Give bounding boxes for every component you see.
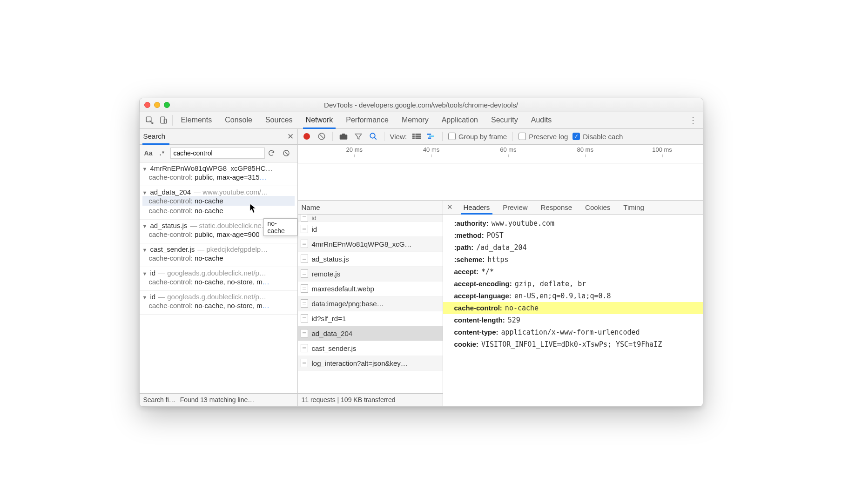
- table-row[interactable]: id: [298, 215, 443, 222]
- close-details-icon[interactable]: ✕: [443, 201, 457, 214]
- header-line[interactable]: accept-encoding:gzip, deflate, br: [454, 278, 698, 290]
- search-result-line[interactable]: cache-control: no-cache: [142, 196, 295, 206]
- maximize-window-icon[interactable]: [164, 102, 170, 108]
- minimize-window-icon[interactable]: [154, 102, 160, 108]
- match-case-icon[interactable]: Aa: [142, 149, 155, 157]
- close-icon[interactable]: ✕: [287, 132, 294, 141]
- clear-log-icon[interactable]: [317, 131, 327, 141]
- more-options-icon[interactable]: ⋮: [686, 112, 700, 128]
- request-list: Name idid4mrRnEPnWo81qWPG8_xcG…ad_status…: [298, 201, 443, 406]
- header-line[interactable]: cookie:VISITOR_INFO1_LIVE=dDk0-xTswPs; Y…: [454, 338, 698, 350]
- header-line[interactable]: :method:POST: [454, 229, 698, 242]
- disclosure-triangle-icon[interactable]: ▼: [142, 247, 148, 253]
- header-key: accept-language:: [454, 292, 512, 300]
- disclosure-triangle-icon[interactable]: ▼: [142, 223, 148, 229]
- table-row[interactable]: id: [298, 222, 443, 237]
- table-row[interactable]: maxresdefault.webp: [298, 282, 443, 296]
- search-result-line[interactable]: cache-control: no-cache, no-store, m…: [142, 277, 295, 287]
- tab-performance[interactable]: Performance: [339, 112, 395, 128]
- tab-sources[interactable]: Sources: [259, 112, 299, 128]
- svg-rect-11: [415, 135, 421, 137]
- search-input[interactable]: [170, 148, 265, 159]
- refresh-icon[interactable]: [268, 149, 280, 157]
- clear-icon[interactable]: [283, 149, 295, 157]
- timeline-ruler[interactable]: 20 ms 40 ms 60 ms 80 ms 100 ms: [298, 145, 703, 163]
- regex-icon[interactable]: .*: [157, 149, 168, 157]
- preserve-log-label: Preserve log: [529, 133, 568, 141]
- header-value: 529: [508, 316, 520, 324]
- search-result-group[interactable]: ▼cast_sender.js — pkedcjkdefgpdelp…cache…: [140, 243, 297, 267]
- request-list-footer: 11 requests | 109 KB transferred: [298, 393, 443, 406]
- table-row[interactable]: remote.js: [298, 267, 443, 282]
- table-row[interactable]: 4mrRnEPnWo81qWPG8_xcG…: [298, 237, 443, 252]
- details-tab-timing[interactable]: Timing: [617, 201, 650, 214]
- table-row[interactable]: ad_status.js: [298, 252, 443, 267]
- header-line[interactable]: accept-language:en-US,en;q=0.9,la;q=0.8: [454, 290, 698, 302]
- close-window-icon[interactable]: [144, 102, 150, 108]
- disable-cache-checkbox[interactable]: Disable cach: [573, 133, 623, 141]
- details-tab-headers[interactable]: Headers: [457, 201, 497, 214]
- header-value: /ad_data_204: [476, 243, 526, 252]
- header-value: POST: [487, 231, 504, 240]
- tab-application[interactable]: Application: [435, 112, 485, 128]
- search-result-group[interactable]: ▼4mrRnEPnWo81qWPG8_xcGP85HC…cache-contro…: [140, 162, 297, 186]
- details-tab-cookies[interactable]: Cookies: [579, 201, 617, 214]
- header-line[interactable]: :scheme:https: [454, 254, 698, 266]
- network-body: Name idid4mrRnEPnWo81qWPG8_xcG…ad_status…: [298, 201, 703, 406]
- search-result-group[interactable]: ▼id — googleads.g.doubleclick.net/p…cach…: [140, 267, 297, 291]
- tab-security[interactable]: Security: [485, 112, 525, 128]
- timeline-overview[interactable]: [298, 163, 703, 201]
- search-result-line[interactable]: cache-control: no-cache: [142, 206, 295, 215]
- file-icon: [301, 329, 308, 337]
- header-key: :method:: [454, 231, 484, 239]
- search-panel-title: Search: [143, 132, 166, 141]
- file-icon: [301, 240, 308, 248]
- search-result-line[interactable]: cache-control: no-cache: [142, 253, 295, 263]
- search-icon[interactable]: [368, 131, 378, 141]
- tab-memory[interactable]: Memory: [395, 112, 435, 128]
- search-panel: Search ✕ Aa .* ▼4mrRnEPnWo81qWPG8_xcGP85…: [140, 129, 298, 406]
- tab-audits[interactable]: Audits: [525, 112, 558, 128]
- large-rows-icon[interactable]: [411, 131, 422, 141]
- header-line[interactable]: content-length:529: [454, 314, 698, 326]
- file-icon: [301, 284, 308, 293]
- search-result-line[interactable]: cache-control: no-cache, no-store, m…: [142, 301, 295, 310]
- disclosure-triangle-icon[interactable]: ▼: [142, 295, 148, 300]
- search-result-line[interactable]: cache-control: public, max-age=315…: [142, 172, 295, 182]
- search-result-group[interactable]: ▼id — googleads.g.doubleclick.net/p…cach…: [140, 291, 297, 315]
- search-result-group[interactable]: ▼ad_data_204 — www.youtube.com/…cache-co…: [140, 186, 297, 220]
- table-row[interactable]: cast_sender.js: [298, 341, 443, 356]
- header-line[interactable]: cache-control:no-cache: [443, 302, 703, 314]
- header-key: accept-encoding:: [454, 280, 512, 288]
- waterfall-icon[interactable]: [426, 131, 437, 141]
- tab-console[interactable]: Console: [218, 112, 259, 128]
- tab-elements[interactable]: Elements: [175, 112, 219, 128]
- request-name: ad_data_204: [312, 329, 353, 337]
- details-tab-response[interactable]: Response: [534, 201, 579, 214]
- header-line[interactable]: accept:*/*: [454, 266, 698, 278]
- table-row[interactable]: id?slf_rd=1: [298, 311, 443, 326]
- tab-network[interactable]: Network: [299, 112, 340, 128]
- disclosure-triangle-icon[interactable]: ▼: [142, 166, 148, 172]
- header-line[interactable]: :path:/ad_data_204: [454, 242, 698, 254]
- header-value: application/x-www-form-urlencoded: [501, 328, 640, 336]
- group-by-frame-checkbox[interactable]: Group by frame: [448, 133, 507, 141]
- table-row[interactable]: data:image/png;base…: [298, 296, 443, 311]
- device-toolbar-icon[interactable]: [156, 112, 170, 128]
- disclosure-triangle-icon[interactable]: ▼: [142, 190, 148, 195]
- table-row[interactable]: ad_data_204: [298, 326, 443, 341]
- header-line[interactable]: content-type:application/x-www-form-urle…: [454, 326, 698, 338]
- disclosure-triangle-icon[interactable]: ▼: [142, 271, 148, 276]
- network-panel: View: Group by frame Preserve log Disabl…: [298, 129, 703, 406]
- request-list-header[interactable]: Name: [298, 201, 443, 215]
- result-file: id: [150, 269, 155, 277]
- screenshots-icon[interactable]: [338, 131, 349, 141]
- header-line[interactable]: :authority:www.youtube.com: [454, 217, 698, 229]
- preserve-log-checkbox[interactable]: Preserve log: [519, 133, 568, 141]
- filter-icon[interactable]: [353, 131, 364, 141]
- table-row[interactable]: log_interaction?alt=json&key…: [298, 356, 443, 371]
- details-tab-preview[interactable]: Preview: [496, 201, 534, 214]
- record-button[interactable]: [302, 131, 312, 141]
- inspect-element-icon[interactable]: [142, 112, 156, 128]
- disable-cache-label: Disable cach: [583, 133, 623, 141]
